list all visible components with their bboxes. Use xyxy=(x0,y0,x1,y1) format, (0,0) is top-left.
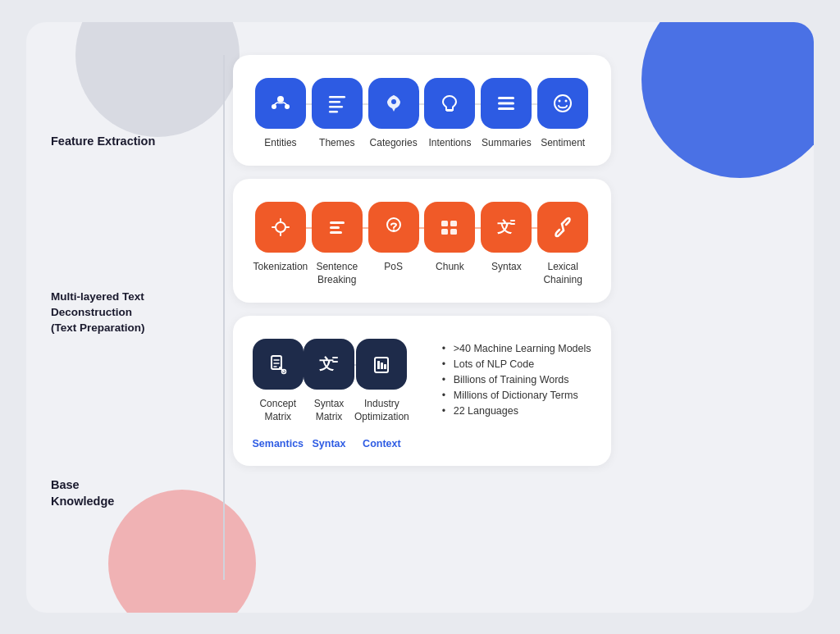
text-deconstruction-card: Tokenization SentenceBreaking xyxy=(233,179,611,303)
svg-rect-23 xyxy=(441,229,448,235)
syntax-matrix-category: Syntax xyxy=(313,438,346,449)
icon-item-chunk: Chunk xyxy=(422,202,478,274)
sentence-breaking-icon-box xyxy=(312,202,363,253)
svg-rect-39 xyxy=(384,364,386,369)
chunk-label: Chunk xyxy=(436,261,464,274)
svg-rect-3 xyxy=(329,96,345,98)
list-item-1: Lots of NLP Code xyxy=(442,358,591,370)
left-labels: Feature Extraction Multi-layered TextDec… xyxy=(51,55,215,580)
svg-rect-4 xyxy=(329,101,340,103)
lexical-chaining-icon-box xyxy=(537,202,588,253)
icon-item-sentiment: Sentiment xyxy=(535,78,591,150)
svg-rect-8 xyxy=(446,110,453,112)
deco-circle-top-right xyxy=(641,22,814,178)
entities-icon-box xyxy=(255,78,306,129)
svg-point-13 xyxy=(559,99,561,102)
pos-icon-box xyxy=(368,202,419,253)
svg-point-0 xyxy=(277,96,284,103)
svg-rect-5 xyxy=(329,106,343,108)
label-feature-extraction: Feature Extraction xyxy=(51,125,215,157)
right-content: Entities Themes xyxy=(233,55,611,580)
main-card: Feature Extraction Multi-layered TextDec… xyxy=(26,22,814,613)
summaries-icon-box xyxy=(481,78,532,129)
syntax-matrix-icon-box: 文 xyxy=(304,339,354,390)
list-item-2: Billions of Training Words xyxy=(442,374,591,385)
base-knowledge-card: ConceptMatrix Semantics 文 xyxy=(233,316,611,466)
svg-rect-22 xyxy=(450,221,457,226)
tokenization-label: Tokenization xyxy=(253,261,308,274)
intentions-label: Intentions xyxy=(428,137,471,150)
icon-item-tokenization: Tokenization xyxy=(253,202,309,274)
syntax-icon-box: 文 xyxy=(481,202,532,253)
svg-rect-18 xyxy=(330,231,342,234)
concept-matrix-category: Semantics xyxy=(253,438,304,449)
list-item-3: Millions of Dictionary Terms xyxy=(442,390,591,401)
svg-rect-37 xyxy=(377,361,380,369)
svg-point-7 xyxy=(391,99,396,104)
icon-item-summaries: Summaries xyxy=(478,78,535,150)
svg-rect-38 xyxy=(381,363,383,369)
chunk-icon-box xyxy=(424,202,475,253)
icon-item-concept-matrix: ConceptMatrix Semantics xyxy=(253,339,304,449)
lexical-chaining-label: LexicalChaining xyxy=(543,261,582,286)
themes-label: Themes xyxy=(319,137,354,150)
svg-point-20 xyxy=(392,230,395,232)
icon-item-syntax: 文 Syntax xyxy=(478,202,535,274)
industry-opt-label: IndustryOptimization xyxy=(354,398,409,423)
svg-rect-17 xyxy=(330,226,340,229)
icon-item-industry-opt: IndustryOptimization Context xyxy=(354,339,409,449)
layout-wrapper: Feature Extraction Multi-layered TextDec… xyxy=(51,55,611,580)
syntax-matrix-label: SyntaxMatrix xyxy=(314,398,345,423)
feature-extraction-row: Entities Themes xyxy=(253,78,591,150)
sentence-breaking-label: SentenceBreaking xyxy=(316,261,358,286)
categories-label: Categories xyxy=(370,137,418,150)
svg-rect-10 xyxy=(498,102,514,104)
concept-matrix-icon-box xyxy=(253,339,304,390)
svg-rect-21 xyxy=(441,221,448,226)
svg-rect-6 xyxy=(329,111,338,113)
text-deconstruction-row: Tokenization SentenceBreaking xyxy=(253,202,591,286)
sentiment-label: Sentiment xyxy=(541,137,585,150)
pos-label: PoS xyxy=(384,261,403,274)
summaries-label: Summaries xyxy=(482,137,532,150)
themes-icon-box xyxy=(312,78,363,129)
list-item-0: >40 Machine Learning Models xyxy=(442,343,591,354)
icon-item-sentence-breaking: SentenceBreaking xyxy=(308,202,365,286)
list-item-4: 22 Languages xyxy=(442,405,591,417)
base-knowledge-list: >40 Machine Learning Models Lots of NLP … xyxy=(426,339,591,421)
label-base-knowledge: BaseKnowledge xyxy=(51,468,215,518)
svg-rect-24 xyxy=(450,229,457,235)
base-icons-group: ConceptMatrix Semantics 文 xyxy=(253,339,409,449)
svg-rect-9 xyxy=(498,97,514,99)
intentions-icon-box xyxy=(424,78,475,129)
icon-item-intentions: Intentions xyxy=(422,78,478,150)
entities-label: Entities xyxy=(264,137,296,150)
concept-matrix-label: ConceptMatrix xyxy=(259,398,296,423)
categories-icon-box xyxy=(368,78,419,129)
icon-item-categories: Categories xyxy=(365,78,422,150)
tokenization-icon-box xyxy=(255,202,306,253)
label-text-deconstruction: Multi-layered TextDeconstruction(Text Pr… xyxy=(51,281,215,344)
svg-rect-16 xyxy=(330,221,345,224)
vertical-divider xyxy=(223,55,225,580)
syntax-label: Syntax xyxy=(491,261,522,274)
sentiment-icon-box xyxy=(537,78,588,129)
svg-text:文: 文 xyxy=(497,219,512,235)
svg-point-12 xyxy=(555,95,571,112)
svg-text:文: 文 xyxy=(319,356,334,372)
icon-item-lexical-chaining: LexicalChaining xyxy=(535,202,591,286)
icon-item-syntax-matrix: 文 SyntaxMatrix Syntax xyxy=(304,339,354,449)
icon-item-themes: Themes xyxy=(308,78,365,150)
svg-point-15 xyxy=(276,222,285,232)
base-knowledge-content: ConceptMatrix Semantics 文 xyxy=(253,339,591,449)
icon-item-pos: PoS xyxy=(365,202,422,274)
industry-opt-category: Context xyxy=(363,438,401,449)
svg-rect-11 xyxy=(498,107,514,110)
icon-item-entities: Entities xyxy=(253,78,309,150)
svg-point-14 xyxy=(565,99,568,102)
industry-opt-icon-box xyxy=(356,339,407,390)
feature-extraction-card: Entities Themes xyxy=(233,55,611,166)
